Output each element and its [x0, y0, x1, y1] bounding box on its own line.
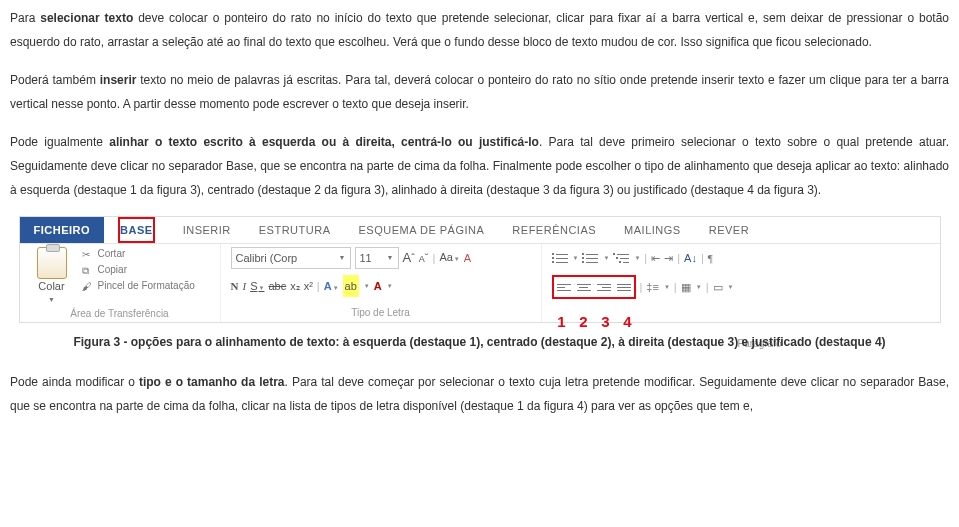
copy-button[interactable]: ⧉Copiar [82, 263, 195, 277]
align-left-button[interactable] [555, 278, 573, 296]
sort-button[interactable]: A↓ [684, 247, 697, 269]
align-center-button[interactable] [575, 278, 593, 296]
clear-formatting-button[interactable]: A [464, 248, 471, 268]
cut-button[interactable]: ✂Cortar [82, 247, 195, 261]
ribbon-tabs: FICHEIRO BASE INSERIR ESTRUTURA ESQUEMA … [20, 217, 940, 244]
figure-3: FICHEIRO BASE INSERIR ESTRUTURA ESQUEMA … [10, 216, 949, 352]
shading-button[interactable]: ▦ [681, 276, 691, 298]
tab-rever[interactable]: REVER [695, 217, 763, 243]
bullets-button[interactable] [552, 250, 568, 266]
italic-button[interactable]: I [242, 275, 246, 297]
font-color-button[interactable]: A [374, 275, 382, 297]
chevron-down-icon: ▼ [48, 293, 55, 307]
underline-button[interactable]: S▼ [250, 275, 264, 297]
font-name-combo[interactable]: Calibri (Corp▼ [231, 247, 351, 269]
figure-3-caption: Figura 3 - opções para o alinhamento de … [10, 333, 949, 352]
chevron-down-icon: ▼ [387, 248, 394, 268]
paragraph-1: Para selecionar texto deve colocar o pon… [10, 6, 949, 54]
scissors-icon: ✂ [82, 248, 94, 260]
paragraph-4: Pode ainda modificar o tipo e o tamanho … [10, 370, 949, 418]
ribbon-groups: Colar ▼ ✂Cortar ⧉Copiar 🖌Pincel de Forma… [20, 244, 940, 322]
multilevel-list-button[interactable] [613, 250, 629, 266]
font-size-combo[interactable]: 11▼ [355, 247, 399, 269]
tab-esquema[interactable]: ESQUEMA DE PÁGINA [344, 217, 498, 243]
text-effects-button[interactable]: A▼ [324, 275, 339, 297]
strikethrough-button[interactable]: abc [268, 275, 286, 297]
alignment-highlight [552, 275, 636, 299]
paragraph-2: Poderá também inserir texto no meio de p… [10, 68, 949, 116]
align-right-button[interactable] [595, 278, 613, 296]
group-font-label: Tipo de Letra [231, 306, 531, 320]
tab-inserir[interactable]: INSERIR [169, 217, 245, 243]
show-marks-button[interactable]: ¶ [708, 247, 713, 269]
brush-icon: 🖌 [82, 280, 94, 292]
superscript-button[interactable]: x² [304, 275, 313, 297]
line-spacing-button[interactable]: ‡≡ [646, 276, 659, 298]
word-ribbon: FICHEIRO BASE INSERIR ESTRUTURA ESQUEMA … [19, 216, 941, 323]
tab-referencias[interactable]: REFERÊNCIAS [498, 217, 610, 243]
borders-button[interactable]: ▭ [713, 276, 723, 298]
format-painter-button[interactable]: 🖌Pincel de Formatação [82, 279, 195, 293]
tab-mailings[interactable]: MAILINGS [610, 217, 695, 243]
tab-estrutura[interactable]: ESTRUTURA [245, 217, 345, 243]
group-paragraph: ▼ ▼ ▼ | ⇤ ⇥ | A↓ | ¶ [542, 244, 822, 322]
increase-indent-button[interactable]: ⇥ [664, 247, 673, 269]
bold-button[interactable]: N [231, 275, 239, 297]
decrease-indent-button[interactable]: ⇤ [651, 247, 660, 269]
copy-icon: ⧉ [82, 264, 94, 276]
group-clipboard: Colar ▼ ✂Cortar ⧉Copiar 🖌Pincel de Forma… [20, 244, 221, 322]
shrink-font-button[interactable]: Aˇ [419, 248, 429, 269]
paste-icon [37, 247, 67, 279]
change-case-button[interactable]: Aa▼ [439, 247, 459, 269]
align-justify-button[interactable] [615, 278, 633, 296]
grow-font-button[interactable]: Aˆ [403, 248, 415, 268]
tab-ficheiro[interactable]: FICHEIRO [20, 217, 105, 243]
chevron-down-icon: ▼ [339, 248, 346, 268]
tab-base[interactable]: BASE [104, 217, 169, 243]
group-font: Calibri (Corp▼ 11▼ Aˆ Aˇ | Aa▼ A N I S▼ … [221, 244, 542, 322]
numbering-button[interactable] [582, 250, 598, 266]
paste-button[interactable]: Colar ▼ [30, 247, 74, 307]
highlight-button[interactable]: ab [343, 275, 359, 297]
subscript-button[interactable]: x₂ [290, 275, 300, 297]
paragraph-3: Pode igualmente alinhar o texto escrito … [10, 130, 949, 202]
group-clipboard-label: Área de Transferência [30, 307, 210, 321]
